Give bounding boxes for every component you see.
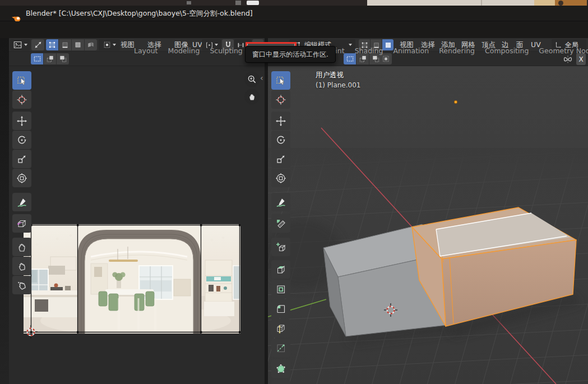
uv-tool-cursor[interactable] bbox=[12, 90, 31, 109]
tab-shading[interactable]: Shading bbox=[350, 43, 388, 59]
vp-tool-add-cube[interactable] bbox=[271, 238, 290, 256]
loop-cut-tool-icon bbox=[275, 323, 286, 334]
uv-select-island-button[interactable] bbox=[85, 39, 97, 50]
add-cube-tool-icon bbox=[275, 242, 286, 253]
scale-tool-icon bbox=[275, 154, 286, 165]
panorama-image bbox=[24, 224, 240, 334]
tweak-tool-icon bbox=[275, 75, 286, 86]
select-new-icon bbox=[33, 54, 42, 63]
bevel-tool-icon bbox=[275, 303, 286, 314]
topbar: 文件 编辑 渲染 窗口 帮助 Layout Modeling Sculpting… bbox=[0, 21, 588, 38]
vp-tool-poly-build[interactable] bbox=[271, 359, 290, 378]
vp-tool-inset[interactable] bbox=[271, 280, 290, 298]
vp-tool-extrude[interactable] bbox=[271, 260, 290, 279]
select-subtract-button[interactable] bbox=[57, 53, 69, 64]
vertex-select-icon bbox=[48, 40, 57, 49]
select-extend-icon bbox=[45, 54, 55, 63]
pan-hand-icon bbox=[247, 92, 257, 101]
uv-select-edge-button[interactable] bbox=[59, 39, 71, 50]
poly-build-tool-icon bbox=[275, 363, 286, 374]
vp-tool-rotate[interactable] bbox=[271, 131, 290, 149]
uv-select-face-button[interactable] bbox=[72, 39, 84, 50]
move-tool-icon bbox=[275, 115, 286, 127]
rotate-tool-icon bbox=[275, 135, 286, 146]
edge-select-icon bbox=[61, 40, 70, 49]
vp-tool-spin[interactable] bbox=[271, 380, 290, 384]
vp-tool-tweak[interactable] bbox=[271, 71, 290, 90]
inset-tool-icon bbox=[275, 284, 286, 295]
image-editor-icon bbox=[13, 40, 23, 50]
uv-sync-toggle[interactable] bbox=[31, 39, 44, 50]
sliver-seam bbox=[481, 0, 482, 6]
move-tool-icon bbox=[16, 115, 27, 127]
select-extend-button[interactable] bbox=[44, 53, 56, 64]
knife-tool-icon bbox=[275, 343, 286, 354]
uv-select-op-group bbox=[31, 53, 69, 64]
island-select-icon bbox=[86, 40, 95, 49]
uv-zoom-gizmo[interactable] bbox=[244, 72, 260, 87]
sliver-glyph bbox=[235, 1, 241, 5]
vp-tool-cursor[interactable] bbox=[271, 90, 290, 109]
tweak-tool-icon bbox=[16, 75, 27, 86]
uv-tool-annotate[interactable] bbox=[12, 193, 31, 211]
vp-tool-scale[interactable] bbox=[271, 150, 290, 168]
measure-tool-icon bbox=[275, 218, 286, 229]
uv-tool-transform[interactable] bbox=[12, 169, 31, 187]
vp-tool-bevel[interactable] bbox=[271, 299, 290, 318]
uv-sync-icon bbox=[33, 40, 43, 50]
uv-tool-grab[interactable] bbox=[12, 238, 31, 256]
uv-tool-rotate[interactable] bbox=[12, 131, 31, 149]
tab-compositing[interactable]: Compositing bbox=[480, 43, 534, 59]
sliver-glyph bbox=[247, 1, 259, 5]
uv-selection-mode-group bbox=[46, 39, 97, 50]
blender-window: { "window_title": "Blender* [C:\\Users\\… bbox=[0, 0, 588, 384]
vp-tool-transform[interactable] bbox=[271, 169, 290, 187]
sliver-light bbox=[367, 0, 534, 6]
tab-modeling[interactable]: Modeling bbox=[163, 43, 205, 59]
tab-rendering[interactable]: Rendering bbox=[434, 43, 480, 59]
vp-tool-measure[interactable] bbox=[271, 214, 290, 233]
vp-tool-knife[interactable] bbox=[271, 339, 290, 357]
viewport-3d[interactable] bbox=[268, 66, 588, 384]
mirror-x-control: X bbox=[561, 53, 586, 65]
uv-tool-relax[interactable] bbox=[12, 257, 31, 275]
vp-tool-loop-cut[interactable] bbox=[271, 319, 290, 337]
workspace-tooltip: 窗口中显示的活动工作区. bbox=[245, 46, 336, 63]
uv-tool-pinch[interactable] bbox=[12, 276, 31, 294]
uv-editor-type-dropdown[interactable] bbox=[10, 39, 30, 50]
select-new-button[interactable] bbox=[31, 53, 43, 64]
vp-tool-annotate[interactable] bbox=[271, 193, 290, 211]
uv-tool-move[interactable] bbox=[12, 112, 31, 130]
active-object-label: (1) Plane.001 bbox=[316, 81, 360, 89]
tooltip-text: 窗口中显示的活动工作区. bbox=[252, 50, 328, 59]
chevron-down-icon bbox=[113, 44, 116, 46]
uv-sticky-select-dropdown[interactable] bbox=[99, 39, 120, 50]
window-left-edge bbox=[0, 38, 9, 384]
uv-2d-cursor bbox=[24, 325, 38, 339]
tab-animation[interactable]: Animation bbox=[388, 43, 434, 59]
zoom-icon bbox=[247, 74, 257, 85]
select-subtract-icon bbox=[58, 54, 68, 63]
uv-pan-gizmo[interactable] bbox=[244, 89, 260, 104]
desktop-sliver bbox=[0, 0, 588, 6]
grab-hand-icon bbox=[16, 242, 27, 253]
uv-select-vertex-button[interactable] bbox=[46, 39, 58, 50]
tab-sculpting[interactable]: Sculpting bbox=[205, 43, 247, 59]
uv-tool-rip-region[interactable] bbox=[12, 214, 31, 233]
tab-layout[interactable]: Layout bbox=[129, 43, 163, 59]
vp-tool-move[interactable] bbox=[271, 112, 290, 130]
view-perspective-label: 用户透视 bbox=[316, 71, 344, 80]
transform-tool-icon bbox=[275, 173, 286, 184]
mirror-butterfly-icon[interactable] bbox=[561, 54, 575, 65]
uv-tool-scale[interactable] bbox=[12, 150, 31, 168]
rotate-tool-icon bbox=[16, 135, 27, 146]
uv-tool-tweak[interactable] bbox=[12, 71, 31, 90]
workspace-tabs: Layout Modeling Sculpting UV Editing Tex… bbox=[129, 43, 588, 59]
chevron-down-icon bbox=[24, 44, 27, 46]
uv-image[interactable] bbox=[24, 224, 240, 334]
mirror-x-button[interactable]: X bbox=[576, 53, 586, 65]
extrude-tool-icon bbox=[275, 264, 286, 275]
uv-sidebar-toggle[interactable]: ‹ bbox=[260, 73, 263, 82]
annotate-tool-icon bbox=[16, 197, 27, 208]
annotate-tool-icon bbox=[275, 197, 286, 208]
